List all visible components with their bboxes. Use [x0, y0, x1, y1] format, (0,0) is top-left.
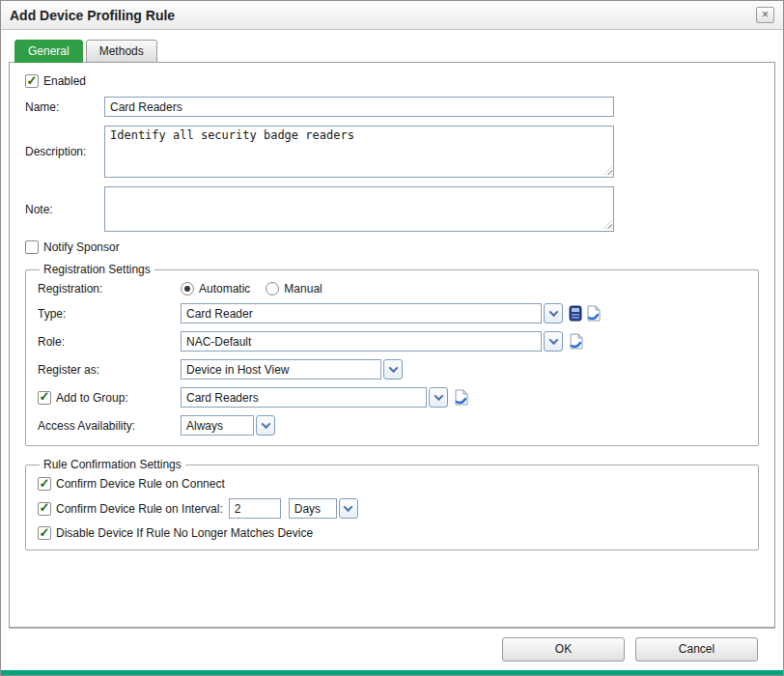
name-label: Name:: [25, 100, 104, 114]
tab-general[interactable]: General: [14, 40, 83, 63]
access-availability-dropdown-button[interactable]: [256, 415, 275, 436]
note-row: Note:: [25, 186, 759, 232]
description-row: Description: Identify all security badge…: [25, 126, 759, 178]
chevron-down-icon: [261, 419, 270, 429]
register-as-select: Device in Host View: [181, 359, 403, 380]
access-availability-field[interactable]: Always: [181, 415, 254, 436]
notify-sponsor-checkbox[interactable]: [25, 240, 39, 254]
name-row: Name:: [25, 97, 759, 117]
register-as-label: Register as:: [38, 363, 181, 377]
type-combobox: Card Reader: [181, 303, 563, 324]
add-to-group-dropdown-button[interactable]: [429, 387, 448, 408]
add-to-group-label: Add to Group:: [56, 391, 128, 405]
role-dropdown-button[interactable]: [544, 331, 563, 352]
dialog-bottom-accent: [1, 670, 783, 675]
confirm-on-connect-row: Confirm Device Rule on Connect: [38, 477, 746, 491]
name-input[interactable]: [104, 97, 614, 117]
note-label: Note:: [25, 203, 104, 216]
type-dropdown-button[interactable]: [544, 303, 563, 324]
enabled-row: Enabled: [25, 74, 759, 88]
disable-if-no-match-checkbox[interactable]: [38, 526, 51, 540]
chevron-down-icon: [434, 391, 443, 401]
confirm-on-connect-checkbox[interactable]: [38, 477, 51, 491]
description-textarea[interactable]: Identify all security badge readers: [104, 126, 614, 178]
add-role-icon[interactable]: [569, 333, 583, 350]
note-textarea[interactable]: [104, 186, 614, 232]
cancel-button[interactable]: Cancel: [635, 637, 758, 662]
confirm-on-interval-row: Confirm Device Rule on Interval: Days: [38, 498, 746, 519]
add-type-icon[interactable]: [586, 305, 601, 322]
general-tab-panel: Enabled Name: Description: Identify all …: [9, 62, 775, 628]
confirm-on-interval-label: Confirm Device Rule on Interval:: [56, 502, 223, 516]
add-to-group-label-group: Add to Group:: [38, 391, 181, 405]
dialog-footer: OK Cancel: [9, 628, 775, 670]
registration-label: Registration:: [38, 282, 181, 296]
add-group-icon[interactable]: [454, 389, 468, 406]
add-device-profiling-rule-dialog: Add Device Profiling Rule × General Meth…: [0, 0, 784, 676]
interval-unit-dropdown-button[interactable]: [339, 498, 358, 519]
confirm-on-interval-checkbox[interactable]: [38, 502, 51, 516]
chevron-down-icon: [548, 307, 558, 317]
type-label: Type:: [38, 307, 181, 321]
tab-methods[interactable]: Methods: [86, 40, 157, 63]
role-combobox: NAC-Default: [181, 331, 563, 352]
add-to-group-checkbox[interactable]: [38, 391, 51, 405]
automatic-label: Automatic: [199, 282, 250, 296]
close-icon[interactable]: ×: [756, 7, 774, 23]
interval-value-input[interactable]: [229, 498, 281, 519]
notify-sponsor-row: Notify Sponsor: [25, 240, 759, 254]
chevron-down-icon: [344, 502, 353, 512]
access-availability-select: Always: [181, 415, 275, 436]
registration-settings-legend: Registration Settings: [40, 263, 154, 276]
dialog-title: Add Device Profiling Rule: [10, 8, 175, 23]
type-field[interactable]: Card Reader: [181, 303, 542, 324]
enabled-label: Enabled: [43, 74, 86, 88]
registration-row: Registration: Automatic Manual: [38, 282, 746, 296]
access-availability-label: Access Availability:: [38, 419, 181, 433]
confirm-on-connect-label: Confirm Device Rule on Connect: [56, 477, 225, 491]
enabled-checkbox[interactable]: [25, 74, 39, 88]
access-availability-row: Access Availability: Always: [38, 415, 746, 436]
register-as-field[interactable]: Device in Host View: [181, 359, 381, 380]
notify-sponsor-label: Notify Sponsor: [43, 240, 120, 254]
interval-unit-select: Days: [289, 498, 358, 519]
role-field[interactable]: NAC-Default: [181, 331, 542, 352]
manual-radio[interactable]: [266, 282, 279, 296]
dialog-titlebar: Add Device Profiling Rule ×: [1, 1, 783, 30]
rule-confirmation-settings-fieldset: Rule Confirmation Settings Confirm Devic…: [25, 458, 759, 550]
registration-automatic-option[interactable]: Automatic: [181, 282, 250, 296]
tab-bar: General Methods: [14, 40, 775, 63]
registration-settings-fieldset: Registration Settings Registration: Auto…: [25, 263, 759, 446]
add-to-group-row: Add to Group: Card Readers: [38, 387, 746, 408]
automatic-radio[interactable]: [181, 282, 194, 296]
role-row: Role: NAC-Default: [38, 331, 746, 352]
rule-confirmation-settings-legend: Rule Confirmation Settings: [40, 458, 185, 471]
disable-if-no-match-row: Disable Device If Rule No Longer Matches…: [38, 526, 746, 540]
dialog-body: General Methods Enabled Name: Descriptio…: [1, 30, 783, 628]
register-as-dropdown-button[interactable]: [383, 359, 403, 380]
description-label: Description:: [25, 145, 104, 158]
interval-unit-field[interactable]: Days: [289, 498, 337, 519]
role-label: Role:: [38, 335, 181, 349]
disable-if-no-match-label: Disable Device If Rule No Longer Matches…: [56, 526, 313, 540]
add-to-group-field[interactable]: Card Readers: [181, 387, 427, 408]
ok-button[interactable]: OK: [502, 637, 625, 662]
registration-manual-option[interactable]: Manual: [266, 282, 322, 296]
chevron-down-icon: [548, 335, 558, 345]
add-to-group-combobox: Card Readers: [181, 387, 448, 408]
register-as-row: Register as: Device in Host View: [38, 359, 746, 380]
type-row: Type: Card Reader: [38, 303, 746, 324]
manual-label: Manual: [284, 282, 322, 296]
device-type-browse-icon[interactable]: [569, 305, 582, 322]
chevron-down-icon: [388, 363, 398, 373]
